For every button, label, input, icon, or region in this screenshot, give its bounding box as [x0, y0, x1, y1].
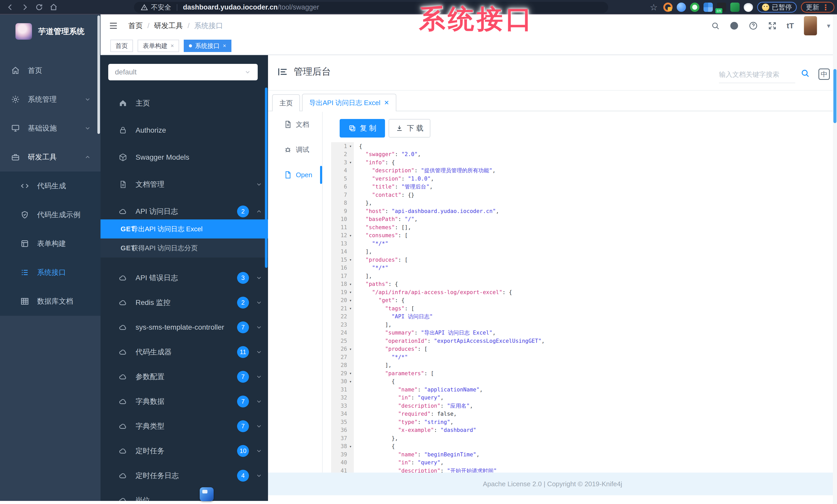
swagger-group-item[interactable]: 定时任务日志4	[101, 463, 268, 488]
fold-arrow-icon[interactable]: ▾	[347, 282, 354, 287]
sidebar-subitem[interactable]: 表单构建	[0, 229, 101, 258]
gutter-cell: 11	[331, 223, 354, 231]
fold-arrow-icon[interactable]: ▾	[347, 298, 354, 303]
user-avatar[interactable]	[804, 16, 817, 36]
doc-tab[interactable]: 导出API 访问日志 Excel✕	[302, 94, 396, 111]
extension-icon[interactable]	[730, 3, 740, 12]
download-button[interactable]: 下 载	[389, 119, 430, 137]
paused-badge[interactable]: 已暂停	[757, 2, 797, 13]
sidebar-item-1[interactable]: 系统管理	[0, 85, 101, 114]
swagger-group-item[interactable]: 定时任务10	[101, 438, 268, 463]
extension-icon[interactable]	[717, 3, 726, 12]
chevron-down-icon	[253, 472, 265, 479]
api-endpoint-item[interactable]: GET导出API 访问日志 Excel	[101, 220, 268, 239]
swagger-sidebar-scrollbar[interactable]	[265, 88, 267, 268]
cloud-icon	[117, 397, 129, 406]
api-endpoint-item[interactable]: GET获得API 访问日志分页	[101, 239, 268, 258]
update-button[interactable]: 更新 ⋮	[801, 2, 834, 13]
doc-menu-open[interactable]: Open	[268, 162, 322, 187]
fold-arrow-icon[interactable]: ▾	[347, 306, 354, 311]
page-scrollbar[interactable]	[833, 14, 837, 504]
swagger-group-item[interactable]: 字典类型7	[101, 414, 268, 438]
sidebar-subitem[interactable]: 系统接口	[0, 258, 101, 287]
swagger-group-item[interactable]: API 错误日志3	[101, 265, 268, 290]
search-icon[interactable]	[711, 21, 720, 30]
doc-tab[interactable]: 主页	[272, 94, 300, 111]
swagger-menu-item[interactable]: Swagger Models	[101, 144, 268, 171]
copy-button[interactable]: 复 制	[340, 119, 385, 137]
close-icon[interactable]: ×	[223, 42, 226, 49]
doc-menu-文档[interactable]: 文档	[268, 112, 322, 137]
hamburger-icon[interactable]	[108, 21, 119, 31]
gutter-cell: 15▾	[331, 256, 354, 264]
breadcrumb-item[interactable]: 研发工具	[154, 21, 183, 31]
chevron-down-icon	[253, 299, 265, 306]
tag-view[interactable]: 系统接口×	[184, 40, 231, 52]
sidebar-item-0[interactable]: 首页	[0, 56, 101, 85]
bookmark-star-icon[interactable]: ☆	[650, 2, 658, 12]
swagger-menu-item[interactable]: 主页	[101, 90, 268, 117]
fold-arrow-icon[interactable]: ▾	[347, 144, 354, 149]
ime-floating-icon[interactable]	[200, 487, 214, 501]
tag-view[interactable]: 首页	[110, 40, 133, 52]
doc-menu-调试[interactable]: 调试	[268, 137, 322, 162]
doc-list-icon[interactable]	[277, 66, 289, 78]
code-line-row: 27 "*/*"	[331, 353, 837, 361]
fold-arrow-icon[interactable]: ▾	[347, 444, 354, 449]
main-sidebar: 芋道管理系统 首页系统管理基础设施研发工具代码生成代码生成示例表单构建系统接口数…	[0, 14, 101, 501]
fold-arrow-icon[interactable]: ▾	[347, 233, 354, 238]
code-editor[interactable]: 1▾{2 "swagger": "2.0",3▾ "info": {4 "des…	[331, 142, 837, 472]
fold-arrow-icon[interactable]: ▾	[347, 347, 354, 352]
swagger-group-item[interactable]: 参数配置7	[101, 365, 268, 389]
browser-back-icon[interactable]	[3, 2, 18, 12]
swagger-group-item[interactable]: 代码生成器11	[101, 340, 268, 365]
font-size-icon[interactable]: tT	[787, 21, 794, 30]
sidebar-subitem[interactable]: 代码生成	[0, 171, 101, 200]
extension-icon[interactable]	[677, 3, 686, 12]
doc-tab-label: 主页	[279, 99, 293, 108]
swagger-group-item[interactable]: Redis 监控2	[101, 290, 268, 315]
help-icon[interactable]	[749, 21, 758, 31]
sidebar-item-2[interactable]: 基础设施	[0, 114, 101, 143]
github-icon[interactable]	[730, 21, 739, 31]
code-line: "description": "应用名",	[354, 402, 473, 410]
group-select[interactable]: default	[108, 64, 258, 80]
browser-home-icon[interactable]	[47, 2, 61, 12]
code-line-row: 8 },	[331, 199, 837, 207]
fold-arrow-icon[interactable]: ▾	[347, 160, 354, 165]
swagger-group-item[interactable]: sys-sms-template-controller7	[101, 315, 268, 340]
tag-view[interactable]: 表单构建×	[138, 40, 179, 52]
extension-icon[interactable]	[704, 3, 713, 12]
doc-search-input[interactable]: 输入文档关键字搜索	[719, 70, 795, 83]
language-toggle[interactable]: 中	[818, 69, 830, 80]
browser-menu-icon[interactable]: ⋮	[822, 3, 830, 12]
close-icon[interactable]: ✕	[384, 99, 389, 106]
page-scrollbar-thumb[interactable]	[833, 69, 836, 123]
sidebar-scrollbar[interactable]	[97, 16, 100, 134]
sidebar-subitem[interactable]: 代码生成示例	[0, 200, 101, 229]
fold-arrow-icon[interactable]: ▾	[347, 379, 354, 384]
swagger-menu-label: Swagger Models	[136, 153, 190, 162]
fold-arrow-icon[interactable]: ▾	[347, 257, 354, 262]
extension-icon[interactable]	[690, 3, 699, 12]
search-icon[interactable]	[800, 69, 810, 78]
sidebar-subitem[interactable]: 数据库文档	[0, 287, 101, 316]
fold-arrow-icon[interactable]: ▾	[347, 371, 354, 376]
swagger-menu-item[interactable]: Authorize	[101, 117, 268, 144]
count-badge: 7	[237, 371, 249, 383]
fullscreen-icon[interactable]	[768, 21, 777, 31]
swagger-group-item[interactable]: 字典数据7	[101, 389, 268, 414]
extension-icon[interactable]	[744, 3, 753, 12]
sidebar-item-3[interactable]: 研发工具	[0, 143, 101, 171]
app-logo[interactable]: 芋道管理系统	[0, 14, 101, 40]
extension-icon[interactable]	[663, 3, 673, 12]
fold-arrow-icon[interactable]: ▾	[347, 290, 354, 295]
code-line: "version": "1.0.0",	[354, 176, 434, 182]
swagger-group-item[interactable]: 岗位	[101, 488, 268, 501]
swagger-menu-item[interactable]: 文档管理	[101, 171, 268, 198]
breadcrumb-item[interactable]: 首页	[128, 21, 143, 31]
browser-refresh-icon[interactable]	[32, 2, 47, 12]
browser-forward-icon[interactable]	[18, 2, 32, 12]
avatar-caret-icon[interactable]: ▾	[827, 22, 830, 30]
close-icon[interactable]: ×	[171, 42, 174, 49]
